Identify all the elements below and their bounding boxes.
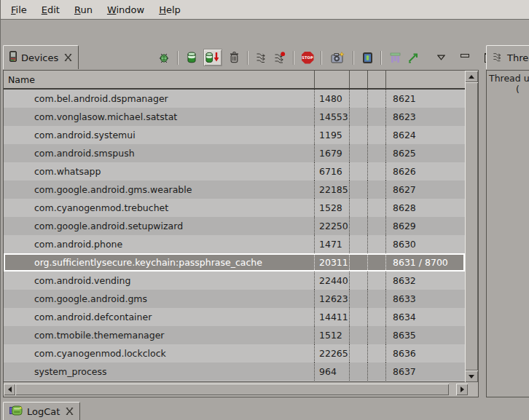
process-port: 8628	[385, 199, 465, 217]
process-pid: 14553	[314, 108, 349, 126]
device-view-icon[interactable]	[361, 51, 374, 64]
process-row[interactable]: com.vonglasow.michael.satstat145538623	[4, 108, 465, 126]
process-row[interactable]: org.sufficientlysecure.keychain:passphra…	[4, 253, 465, 272]
horizontal-scrollbar[interactable]	[4, 384, 468, 395]
process-name: com.whatsapp	[4, 162, 314, 181]
vertical-scrollbar[interactable]	[465, 71, 478, 382]
process-row[interactable]: com.android.phone14718630	[4, 235, 465, 253]
scroll-left-button[interactable]	[4, 384, 15, 395]
devices-toolbar: STOP	[157, 45, 495, 70]
process-name: com.cyanogenmod.lockclock	[4, 344, 314, 362]
cause-gc-icon[interactable]	[227, 51, 240, 64]
process-row[interactable]: com.android.systemui11958624	[4, 126, 465, 144]
update-threads-icon[interactable]	[255, 51, 268, 64]
horizontal-scrollbar-thumb[interactable]	[15, 384, 449, 395]
empty-cell	[349, 344, 367, 362]
column-header-empty[interactable]	[349, 71, 367, 88]
process-port: 8636	[385, 344, 465, 362]
empty-cell	[349, 199, 367, 217]
empty-cell	[367, 108, 385, 126]
close-icon[interactable]	[64, 54, 72, 61]
empty-cell	[367, 181, 385, 199]
menu-help[interactable]: Help	[152, 2, 188, 17]
process-port: 8630	[385, 235, 465, 253]
system-info-icon[interactable]	[407, 51, 420, 64]
process-table-body: com.bel.android.dspmanager14808621com.vo…	[4, 90, 465, 381]
empty-cell	[349, 235, 367, 253]
ddms-window: File Edit Run Window Help Devices	[0, 0, 529, 420]
process-row[interactable]: com.android.defcontainer144118634	[4, 308, 465, 326]
process-port: 8626	[385, 162, 465, 181]
empty-cell	[349, 253, 367, 272]
table-header: Name	[4, 71, 465, 90]
stop-process-icon[interactable]: STOP	[301, 51, 314, 64]
process-name: com.google.android.setupwizard	[4, 217, 314, 235]
menu-file[interactable]: File	[4, 2, 34, 17]
column-header-name[interactable]: Name	[4, 71, 314, 88]
toolbar-separator	[353, 51, 354, 65]
minimize-icon[interactable]	[458, 51, 471, 64]
process-row[interactable]: com.cyanogenmod.lockclock222658636	[4, 344, 465, 362]
menu-window[interactable]: Window	[100, 2, 152, 17]
empty-cell	[349, 162, 367, 181]
scroll-down-button[interactable]	[465, 371, 478, 382]
process-pid: 6716	[314, 162, 349, 181]
scroll-up-button[interactable]	[465, 71, 478, 82]
update-heap-icon[interactable]	[185, 51, 198, 64]
menu-edit[interactable]: Edit	[34, 2, 67, 17]
empty-cell	[349, 326, 367, 344]
debug-process-icon[interactable]	[157, 51, 171, 64]
process-row[interactable]: com.cyanogenmod.trebuchet15288628	[4, 199, 465, 217]
empty-cell	[349, 362, 367, 381]
process-name: org.sufficientlysecure.keychain:passphra…	[4, 253, 314, 272]
process-name: com.vonglasow.michael.satstat	[4, 108, 314, 126]
start-method-profiling-icon[interactable]	[273, 51, 286, 64]
process-name: com.android.defcontainer	[4, 308, 314, 326]
process-row[interactable]: com.google.android.gms.wearable221858627	[4, 181, 465, 199]
process-row[interactable]: system_process9648637	[4, 362, 465, 381]
process-row[interactable]: com.android.smspush16798625	[4, 144, 465, 162]
process-row[interactable]: com.bel.android.dspmanager14808621	[4, 90, 465, 108]
menu-run[interactable]: Run	[67, 2, 100, 17]
tab-threads[interactable]: Threa	[486, 45, 529, 69]
close-icon[interactable]	[66, 408, 74, 415]
empty-cell	[349, 181, 367, 199]
threads-panel: Threa Thread up (	[486, 45, 529, 397]
dump-hprof-icon[interactable]	[203, 49, 222, 66]
column-header-empty[interactable]	[367, 71, 385, 88]
process-row[interactable]: com.google.android.setupwizard222508629	[4, 217, 465, 235]
process-row[interactable]: com.tmobile.thememanager15128635	[4, 326, 465, 344]
empty-cell	[349, 108, 367, 126]
process-row[interactable]: com.android.vending224408632	[4, 272, 465, 290]
process-row[interactable]: com.whatsapp67168626	[4, 162, 465, 181]
tab-devices[interactable]: Devices	[3, 45, 79, 69]
process-name: com.google.android.gms	[4, 290, 314, 308]
process-row[interactable]: com.google.android.gms126238633	[4, 290, 465, 308]
empty-cell	[349, 272, 367, 290]
process-pid: 964	[314, 362, 349, 381]
vertical-scrollbar-thumb[interactable]	[465, 82, 478, 371]
process-port: 8624	[385, 126, 465, 144]
screen-capture-icon[interactable]	[329, 51, 346, 64]
process-name: com.android.vending	[4, 272, 314, 290]
tab-logcat[interactable]: LogCat	[3, 402, 80, 420]
empty-cell	[367, 144, 385, 162]
process-name: com.bel.android.dspmanager	[4, 90, 314, 108]
empty-cell	[367, 272, 385, 290]
empty-cell	[367, 362, 385, 381]
column-header-pid[interactable]	[314, 71, 349, 88]
process-port: 8623	[385, 108, 465, 126]
threads-content: Thread up (	[486, 70, 529, 397]
ui-hierarchy-icon[interactable]	[388, 51, 401, 64]
view-menu-icon[interactable]	[434, 51, 447, 64]
process-port: 8631 / 8700	[385, 253, 465, 272]
process-pid: 1480	[314, 90, 349, 108]
empty-cell	[349, 290, 367, 308]
column-header-port[interactable]	[385, 71, 465, 88]
process-pid: 20311	[314, 253, 349, 272]
process-name: com.android.phone	[4, 235, 314, 253]
scroll-right-button[interactable]	[456, 384, 468, 395]
process-port: 8627	[385, 181, 465, 199]
process-pid: 1679	[314, 144, 349, 162]
empty-cell	[349, 217, 367, 235]
